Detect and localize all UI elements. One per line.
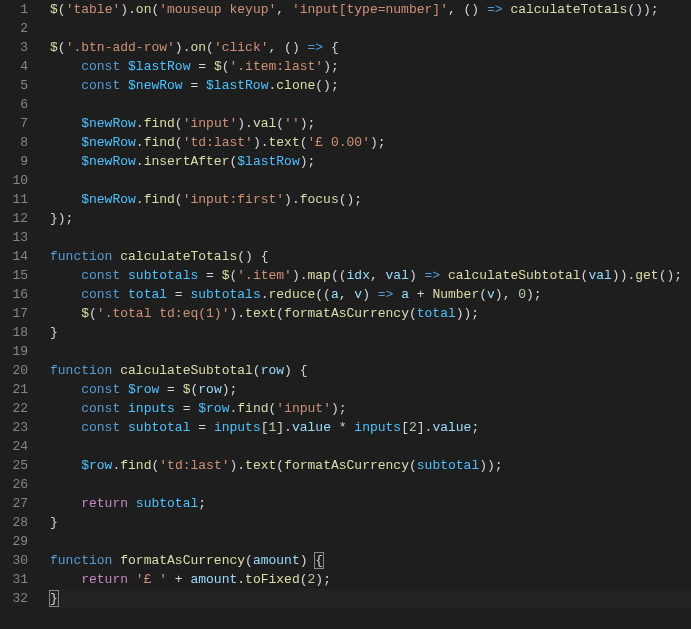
token: ( — [300, 572, 308, 587]
token: (); — [659, 268, 682, 283]
code-line[interactable]: } — [50, 589, 691, 608]
token: ); — [331, 401, 347, 416]
code-line[interactable]: const subtotals = $('.item').map((idx, v… — [50, 266, 691, 285]
code-line[interactable]: const total = subtotals.reduce((a, v) =>… — [50, 285, 691, 304]
token: } — [50, 325, 58, 340]
token: on — [136, 2, 152, 17]
token: 'input' — [183, 116, 238, 131]
token — [120, 59, 128, 74]
code-line[interactable] — [50, 532, 691, 551]
token: row — [261, 363, 284, 378]
code-line[interactable]: $newRow.find('input').val(''); — [50, 114, 691, 133]
token: find — [120, 458, 151, 473]
line-number: 17 — [0, 304, 28, 323]
token: $ — [50, 40, 58, 55]
code-line[interactable]: function formatAsCurrency(amount) { — [50, 551, 691, 570]
token: (); — [315, 78, 338, 93]
token: ( — [300, 135, 308, 150]
code-line[interactable] — [50, 342, 691, 361]
token: val — [253, 116, 276, 131]
token: const — [81, 268, 120, 283]
code-line[interactable]: const $newRow = $lastRow.clone(); — [50, 76, 691, 95]
code-line[interactable]: return '£ ' + amount.toFixed(2); — [50, 570, 691, 589]
token: ; — [471, 420, 479, 435]
token: total — [128, 287, 167, 302]
token: } — [50, 591, 58, 606]
token: 0 — [518, 287, 526, 302]
line-number: 15 — [0, 266, 28, 285]
code-line[interactable]: const $lastRow = $('.item:last'); — [50, 57, 691, 76]
line-number: 23 — [0, 418, 28, 437]
token — [120, 287, 128, 302]
code-line[interactable]: const inputs = $row.find('input'); — [50, 399, 691, 418]
token: ) — [300, 553, 316, 568]
token: $ — [81, 306, 89, 321]
token: const — [81, 401, 120, 416]
code-line[interactable] — [50, 475, 691, 494]
code-line[interactable]: $newRow.find('td:last').text('£ 0.00'); — [50, 133, 691, 152]
token: calculateSubtotal — [448, 268, 581, 283]
token — [128, 572, 136, 587]
code-line[interactable]: $('.total td:eq(1)').text(formatAsCurren… — [50, 304, 691, 323]
line-number: 11 — [0, 190, 28, 209]
token: calculateSubtotal — [120, 363, 253, 378]
code-line[interactable]: }); — [50, 209, 691, 228]
line-number: 1 — [0, 0, 28, 19]
token — [50, 192, 81, 207]
token: 'input[type=number]' — [292, 2, 448, 17]
code-area[interactable]: $('table').on('mouseup keyup', 'input[ty… — [40, 0, 691, 629]
code-line[interactable]: $('.btn-add-row').on('click', () => { — [50, 38, 691, 57]
token: ) — [409, 268, 425, 283]
code-line[interactable]: function calculateSubtotal(row) { — [50, 361, 691, 380]
code-line[interactable]: function calculateTotals() { — [50, 247, 691, 266]
code-line[interactable]: const $row = $(row); — [50, 380, 691, 399]
code-line[interactable]: } — [50, 323, 691, 342]
token: 'input' — [276, 401, 331, 416]
token: total — [417, 306, 456, 321]
token: subtotal — [417, 458, 479, 473]
token: = — [190, 420, 213, 435]
code-line[interactable]: $newRow.find('input:first').focus(); — [50, 190, 691, 209]
token: ); — [315, 572, 331, 587]
token: { — [323, 40, 339, 55]
token: const — [81, 382, 120, 397]
code-line[interactable] — [50, 228, 691, 247]
token: 'mouseup keyup' — [159, 2, 276, 17]
token: ; — [198, 496, 206, 511]
token: () { — [237, 249, 268, 264]
code-line[interactable]: return subtotal; — [50, 494, 691, 513]
token: )). — [612, 268, 635, 283]
token: => — [378, 287, 394, 302]
line-number: 32 — [0, 589, 28, 608]
token: map — [308, 268, 331, 283]
token: = — [198, 268, 221, 283]
code-line[interactable] — [50, 171, 691, 190]
code-line[interactable]: $row.find('td:last').text(formatAsCurren… — [50, 456, 691, 475]
token: subtotal — [136, 496, 198, 511]
code-line[interactable]: const subtotal = inputs[1].value * input… — [50, 418, 691, 437]
token: $ — [214, 59, 222, 74]
token: find — [237, 401, 268, 416]
code-line[interactable]: $('table').on('mouseup keyup', 'input[ty… — [50, 0, 691, 19]
token: ( — [89, 306, 97, 321]
token: text — [269, 135, 300, 150]
token — [50, 78, 81, 93]
code-line[interactable]: } — [50, 513, 691, 532]
code-line[interactable] — [50, 437, 691, 456]
token: = — [175, 401, 198, 416]
code-line[interactable] — [50, 19, 691, 38]
token: $newRow — [81, 154, 136, 169]
token: '£ 0.00' — [308, 135, 370, 150]
token: clone — [276, 78, 315, 93]
token — [50, 306, 81, 321]
code-line[interactable]: $newRow.insertAfter($lastRow); — [50, 152, 691, 171]
token: ( — [276, 306, 284, 321]
token: $newRow — [81, 135, 136, 150]
token: ); — [300, 116, 316, 131]
token: ( — [58, 40, 66, 55]
code-line[interactable] — [50, 95, 691, 114]
token: ). — [284, 192, 300, 207]
token: ) { — [284, 363, 307, 378]
code-editor[interactable]: 1234567891011121314151617181920212223242… — [0, 0, 691, 629]
line-number: 2 — [0, 19, 28, 38]
